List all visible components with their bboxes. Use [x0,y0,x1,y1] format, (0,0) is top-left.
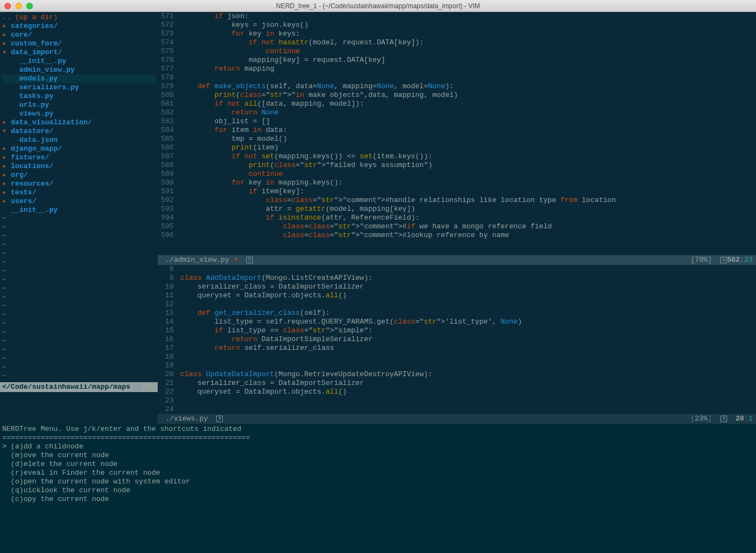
close-icon[interactable]: x [720,257,727,263]
code-panes: 571 572 573 574 575 576 577 578 579 580 … [158,12,756,424]
empty-line: ~ [2,364,155,372]
empty-line: ~ [2,372,155,381]
nerdtree-statusline: </Code/sustainhawaii/mapp/maps x [0,382,158,392]
nerdtree-dir[interactable]: ▸ org/ [2,171,155,180]
nerdtree-dir[interactable]: ▸ categories/ [2,22,155,31]
nerdtree-file[interactable]: __init__.py [2,57,155,66]
code-pane-2[interactable]: 8 9 10 11 12 13 14 15 16 17 18 19 20 21 … [158,265,756,424]
nerdtree-dir[interactable]: ▸ fixtures/ [2,153,155,162]
nerdtree-dir[interactable]: ▾ data_import/ [2,48,155,57]
statusline-percent: 23% [695,414,707,423]
empty-line: ~ [2,241,155,250]
statusline-line: 582 [727,256,740,264]
empty-line: ~ [2,258,155,267]
nerdtree-file[interactable]: views.py [2,110,155,118]
nerdtree-dir[interactable]: ▸ users/ [2,197,155,206]
cmd-line: (o)pen the current node with system edit… [2,477,754,486]
nerdtree-updir[interactable]: .. (up a dir) [2,13,155,22]
nerdtree-file[interactable]: data.json [2,136,155,145]
nerdtree-root[interactable]: ▸ categories/▸ core/▸ custom_form/▾ data… [2,22,155,381]
nerdtree-dir[interactable]: ▸ tests/ [2,188,155,197]
nerdtree-status-text: </Code/sustainhawaii/mapp/maps [2,383,130,391]
empty-line: ~ [2,302,155,311]
close-icon[interactable]: x [246,257,253,263]
gutter-1: 571 572 573 574 575 576 577 578 579 580 … [158,12,179,255]
minimize-window-button[interactable] [15,3,22,9]
nerdtree-dir[interactable]: ▾ datastore/ [2,127,155,136]
code-pane-1[interactable]: 571 572 573 574 575 576 577 578 579 580 … [158,12,756,265]
zoom-window-button[interactable] [26,3,33,9]
close-icon[interactable]: x [135,384,141,390]
empty-line: ~ [2,329,155,337]
close-icon[interactable]: x [720,416,727,422]
cmd-line: (q)uicklook the current node [2,486,754,495]
nerdtree-dir[interactable]: ▸ custom_form/ [2,39,155,48]
cmd-line: (m)ove the current node [2,451,754,460]
cmd-line: ========================================… [2,434,754,442]
vim-container: .. (up a dir)▸ categories/▸ core/▸ custo… [0,12,756,553]
code-content-2[interactable]: class AddDataImport(Mongo.ListCreateAPIV… [179,265,756,414]
nerdtree-file[interactable]: __init__.py [2,206,155,215]
empty-line: ~ [2,311,155,320]
statusline-col: 1 [748,414,753,423]
gutter-2: 8 9 10 11 12 13 14 15 16 17 18 19 20 21 … [158,265,179,414]
nerdtree-panel[interactable]: .. (up a dir)▸ categories/▸ core/▸ custo… [0,12,158,382]
statusline-2: ./views.py x [23%] x 20:1 [158,414,756,424]
empty-line: ~ [2,285,155,293]
top-panes: .. (up a dir)▸ categories/▸ core/▸ custo… [0,12,756,424]
empty-line: ~ [2,276,155,285]
traffic-lights [0,3,33,9]
cmd-line: (r)eveal in Finder the current node [2,469,754,477]
cmd-line: (c)opy the current node [2,495,754,504]
nerdtree-dir[interactable]: ▸ resources/ [2,180,155,188]
nerdtree-dir[interactable]: ▸ data_visualization/ [2,118,155,127]
command-area[interactable]: NERDTree Menu. Use j/k/enter and the sho… [0,424,756,553]
empty-line: ~ [2,232,155,241]
window-title: NERD_tree_1 - (~/Code/sustainhawaii/mapp… [0,2,756,10]
statusline-1: ./admin_view.py + x [78%] x 582:23 [158,255,756,265]
empty-line: ~ [2,267,155,276]
statusline-col: 23 [744,256,753,264]
statusline-filename: ./admin_view.py [165,256,229,264]
empty-line: ~ [2,337,155,346]
empty-line: ~ [2,320,155,329]
nerdtree-file[interactable]: urls.py [2,101,155,110]
nerdtree-file[interactable]: models.py [2,74,155,83]
titlebar: NERD_tree_1 - (~/Code/sustainhawaii/mapp… [0,0,756,12]
empty-line: ~ [2,223,155,232]
close-window-button[interactable] [4,3,11,9]
nerdtree-file[interactable]: tasks.py [2,92,155,101]
nerdtree-file[interactable]: serializers.py [2,83,155,92]
statusline-line: 20 [736,414,745,423]
empty-line: ~ [2,250,155,258]
cmd-line: (d)elete the current node [2,460,754,469]
empty-line: ~ [2,293,155,302]
nerdtree-dir[interactable]: ▸ locations/ [2,162,155,171]
cmd-line: NERDTree Menu. Use j/k/enter and the sho… [2,425,754,434]
code-content-1[interactable]: if json: keys = json.keys() for key in k… [179,12,756,255]
statusline-filename: ./views.py [165,414,208,423]
statusline-percent: 78% [695,256,707,264]
empty-line: ~ [2,346,155,355]
nerdtree-dir[interactable]: ▸ core/ [2,31,155,39]
modified-indicator: + [234,256,238,264]
nerdtree-dir[interactable]: ▸ django_mapp/ [2,145,155,153]
nerdtree-file[interactable]: admin_view.py [2,66,155,74]
empty-line: ~ [2,215,155,223]
empty-line: ~ [2,355,155,364]
cmd-line: > (a)dd a childnode [2,442,754,451]
close-icon[interactable]: x [216,416,223,422]
